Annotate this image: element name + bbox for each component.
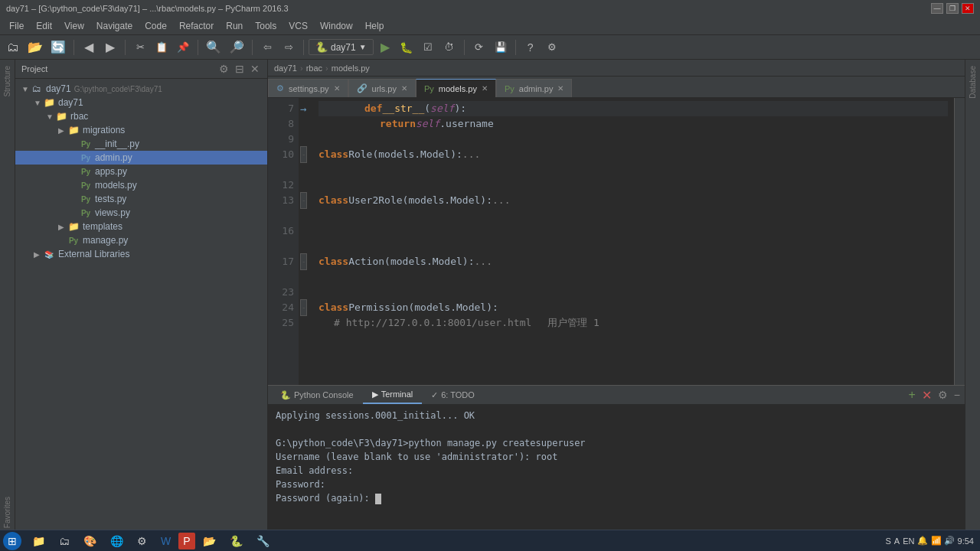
bottom-tab-todo[interactable]: ✓ 6: TODO (422, 386, 484, 404)
tree-item-templates[interactable]: ▶ 📁 templates (15, 220, 267, 233)
menu-tools[interactable]: Tools (249, 19, 283, 33)
taskbar-chrome[interactable]: 🌐 (104, 533, 129, 549)
paste-button[interactable]: 📌 (173, 37, 193, 57)
tree-item-day71[interactable]: ▼ 📁 day71 (15, 96, 267, 109)
maximize-button[interactable]: ❐ (946, 3, 959, 14)
folder-icon-day71: 📁 (43, 96, 55, 109)
debug-button[interactable]: 🐛 (397, 37, 416, 57)
taskbar-explorer[interactable]: 📁 (26, 533, 51, 549)
tree-item-project-root[interactable]: ▼ 🗂 day71 G:\python_code\F3\day71 (15, 82, 267, 96)
terminal-add-button[interactable]: + (906, 388, 916, 402)
tab-label-models: models.py (439, 84, 477, 93)
menu-file[interactable]: File (3, 19, 30, 33)
project-panel-header: Project ⚙ ⊟ ✕ (15, 60, 267, 79)
cut-button[interactable]: ✂ (130, 37, 150, 57)
menu-refactor[interactable]: Refactor (173, 19, 220, 33)
tree-item-extlibs[interactable]: ▶ 📚 External Libraries (15, 247, 267, 261)
sync-button[interactable]: 🔄 (47, 37, 69, 57)
menu-code[interactable]: Code (139, 19, 173, 33)
py-icon-admin: Py (80, 152, 92, 164)
tab-close-settings[interactable]: ✕ (334, 84, 340, 93)
tree-item-models[interactable]: Py models.py (15, 178, 267, 192)
start-button[interactable]: ⊞ (3, 532, 21, 550)
back-button[interactable]: ◀ (79, 37, 99, 57)
menu-navigate[interactable]: Navigate (90, 19, 139, 33)
fold-btn-24[interactable]: - (300, 299, 307, 316)
menu-vcs[interactable]: VCS (283, 19, 314, 33)
breadcrumb-day71[interactable]: day71 (274, 64, 297, 73)
bottom-tab-terminal[interactable]: ▶ Terminal (363, 386, 423, 404)
terminal-button[interactable]: ⚙ (542, 37, 562, 57)
terminal-content[interactable]: Applying sessions.0001_initial... OK G:\… (268, 404, 965, 534)
run-button[interactable]: ▶ (375, 37, 395, 57)
vtab-structure[interactable]: Structure (0, 60, 15, 103)
menu-view[interactable]: View (58, 19, 90, 33)
terminal-settings-button[interactable]: ⚙ (936, 389, 949, 401)
nav-next-button[interactable]: ⇨ (279, 37, 299, 57)
tree-item-manage[interactable]: Py manage.py (15, 233, 267, 247)
todo-label: 6: TODO (441, 390, 475, 399)
terminal-close-button[interactable]: ✕ (920, 388, 933, 403)
taskbar-python[interactable]: 🔧 (250, 533, 276, 549)
fold-btn-13[interactable]: - (300, 192, 307, 209)
commit-button[interactable]: 💾 (491, 37, 511, 57)
breadcrumb-rbac[interactable]: rbac (306, 64, 322, 73)
fold-btn-17[interactable]: - (300, 253, 307, 270)
project-settings-button[interactable]: ⚙ (217, 63, 230, 75)
taskbar-app1[interactable]: P (178, 533, 194, 549)
taskbar-folder[interactable]: 🗂 (53, 533, 76, 549)
search-button[interactable]: 🔍 (203, 37, 224, 57)
taskbar-settings[interactable]: ⚙ (131, 533, 153, 549)
title-bar-controls[interactable]: — ❐ ✕ (931, 3, 974, 14)
project-button[interactable]: 🗂 (3, 37, 23, 57)
tree-item-tests[interactable]: Py tests.py (15, 192, 267, 206)
code-line-12 (318, 178, 948, 193)
vtab-favorites[interactable]: Favorites (0, 491, 15, 534)
copy-button[interactable]: 📋 (152, 37, 172, 57)
code-editor[interactable]: 7 8 9 10 12 13 16 17 23 24 25 → (268, 98, 965, 385)
profile-button[interactable]: ⏱ (439, 37, 459, 57)
open-button[interactable]: 📂 (24, 37, 46, 57)
step-over-button[interactable]: ⟳ (469, 37, 489, 57)
terminal-line-1: Applying sessions.0001_initial... OK (276, 409, 957, 422)
tree-item-admin[interactable]: Py admin.py (15, 151, 267, 165)
tab-models[interactable]: Py models.py ✕ (416, 79, 496, 97)
tree-item-views[interactable]: Py views.py (15, 206, 267, 220)
taskbar-paint[interactable]: 🎨 (77, 533, 103, 549)
taskbar-folder2[interactable]: 📂 (197, 533, 222, 549)
menu-run[interactable]: Run (220, 19, 249, 33)
tab-close-models[interactable]: ✕ (482, 84, 488, 93)
tab-close-admin[interactable]: ✕ (557, 84, 564, 93)
run-config-dropdown[interactable]: 🐍 day71 ▼ (309, 39, 374, 55)
coverage-button[interactable]: ☑ (418, 37, 438, 57)
replace-button[interactable]: 🔎 (226, 37, 247, 57)
tree-item-rbac[interactable]: ▼ 📁 rbac (15, 109, 267, 123)
minimize-button[interactable]: — (931, 3, 943, 14)
close-button[interactable]: ✕ (962, 3, 974, 14)
taskbar-word[interactable]: W (155, 533, 177, 549)
code-content[interactable]: def __str__(self): return self.username … (312, 98, 954, 385)
tab-settings[interactable]: ⚙ settings.py ✕ (268, 79, 348, 97)
taskbar-pycharm[interactable]: 🐍 (224, 533, 249, 549)
tab-admin[interactable]: Py admin.py ✕ (496, 79, 572, 97)
menu-edit[interactable]: Edit (30, 19, 58, 33)
nav-prev-button[interactable]: ⇦ (257, 37, 277, 57)
tree-item-init[interactable]: Py __init__.py (15, 137, 267, 151)
project-close-button[interactable]: ✕ (249, 63, 261, 75)
tab-close-urls[interactable]: ✕ (401, 84, 407, 93)
vtab-database[interactable]: Database (965, 60, 980, 105)
bottom-tab-python-console[interactable]: 🐍 Python Console (271, 386, 363, 404)
tree-item-apps[interactable]: Py apps.py (15, 165, 267, 178)
menu-help[interactable]: Help (359, 19, 390, 33)
fold-btn-10[interactable]: - (300, 146, 307, 163)
terminal-minimize-button[interactable]: − (952, 389, 962, 401)
tab-urls[interactable]: 🔗 urls.py ✕ (348, 79, 416, 97)
menu-window[interactable]: Window (314, 19, 359, 33)
terminal-cursor (375, 494, 381, 504)
forward-button[interactable]: ▶ (100, 37, 120, 57)
breadcrumb-models[interactable]: models.py (332, 64, 370, 73)
arrow-indicator-7[interactable]: → (300, 101, 306, 116)
project-collapse-button[interactable]: ⊟ (234, 63, 246, 75)
tree-item-migrations[interactable]: ▶ 📁 migrations (15, 123, 267, 137)
help-button[interactable]: ? (521, 37, 541, 57)
